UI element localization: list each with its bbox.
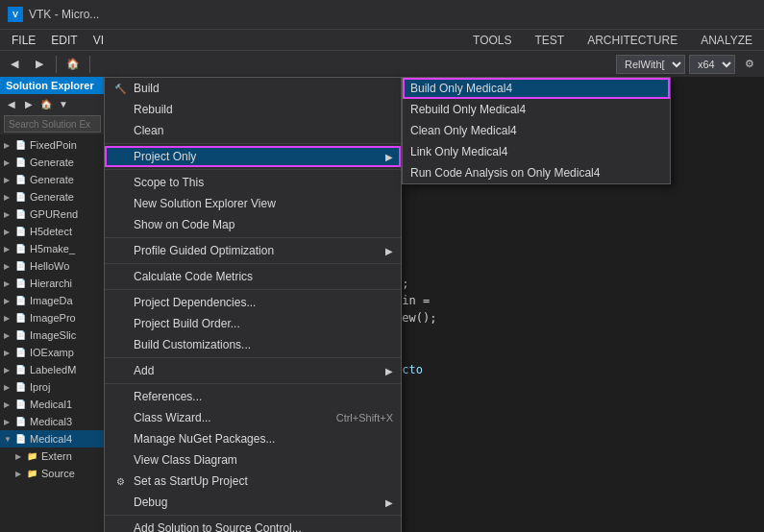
submenu-run-code-analysis-label: Run Code Analysis on Only Medical4 [410,166,662,180]
toolbar: ◀ ▶ 🏠 RelWith[ x64 ⚙ [0,50,764,77]
customizations-icon [112,337,128,352]
ctx-startup-label: Set as StartUp Project [134,474,393,488]
source-control-icon [112,520,128,532]
ctx-scope[interactable]: Scope to This [105,172,401,193]
ctx-new-se-view[interactable]: New Solution Explorer View [105,193,401,214]
project-only-submenu: Build Only Medical4 Rebuild Only Medical… [402,77,671,184]
ctx-set-startup[interactable]: ⚙ Set as StartUp Project [105,471,401,492]
toolbar-separator2 [89,56,90,73]
forward-button[interactable]: ▶ [29,54,50,75]
ctx-code-map-label: Show on Code Map [134,218,393,231]
ctx-calculate-metrics[interactable]: Calculate Code Metrics [105,266,401,287]
ctx-sep3 [105,237,401,238]
dependencies-icon [112,295,128,310]
clean-icon [112,123,128,138]
ctx-add-label: Add [134,364,385,377]
home-button[interactable]: 🏠 [62,54,84,75]
ctx-references[interactable]: References... [105,386,401,407]
metrics-icon [112,269,128,284]
main-area: Solution Explorer ◀ ▶ 🏠 ▼ ▶ 📄 FixedPoin … [0,77,764,532]
ctx-source-control-label: Add Solution to Source Control... [134,521,393,532]
ctx-sep6 [105,357,401,358]
ctx-scope-label: Scope to This [134,176,393,189]
ctx-project-build-order[interactable]: Project Build Order... [105,313,401,334]
debug-icon [112,495,128,510]
ctx-class-diagram-label: View Class Diagram [134,453,393,467]
submenu-link-only[interactable]: Link Only Medical4 [403,141,670,162]
scope-icon [112,175,128,190]
ctx-class-wizard-label: Class Wizard... [134,411,317,424]
class-wizard-shortcut: Ctrl+Shift+X [336,412,393,423]
ctx-debug[interactable]: Debug ▶ [105,492,401,513]
menu-file[interactable]: FILE [4,32,43,49]
submenu-rebuild-only[interactable]: Rebuild Only Medical4 [403,99,670,120]
ctx-sep7 [105,383,401,384]
code-map-icon [112,217,128,232]
ctx-add[interactable]: Add ▶ [105,360,401,381]
ctx-profile-guided[interactable]: Profile Guided Optimization ▶ [105,240,401,261]
menu-bar: FILE EDIT VI TOOLS TEST ARCHITECTURE ANA… [0,29,764,50]
app-title: VTK - Micro... [29,8,99,21]
context-menu-overlay: 🔨 Build Rebuild Clean Project Only ▶ Sco… [0,77,764,532]
app-logo: V [8,7,23,22]
ctx-class-wizard[interactable]: Class Wizard... Ctrl+Shift+X [105,407,401,428]
startup-icon: ⚙ [112,473,128,489]
tab-tools[interactable]: TOOLS [465,32,519,49]
menu-edit[interactable]: EDIT [43,32,85,49]
ctx-metrics-label: Calculate Code Metrics [134,270,393,283]
menu-view[interactable]: VI [86,32,111,49]
tab-analyze[interactable]: ANALYZE [693,32,760,49]
submenu-build-only[interactable]: Build Only Medical4 [403,78,670,99]
submenu-rebuild-only-label: Rebuild Only Medical4 [410,103,662,116]
ctx-build-order-label: Project Build Order... [134,317,393,330]
ctx-deps-label: Project Dependencies... [134,296,393,309]
config-dropdown[interactable]: RelWith[ [616,55,685,74]
ctx-project-only-label: Project Only [134,150,385,163]
arch-dropdown[interactable]: x64 [689,55,735,74]
add-icon [112,363,128,378]
references-icon [112,389,128,404]
ctx-sep4 [105,263,401,264]
settings-button[interactable]: ⚙ [739,54,760,75]
ctx-build-label: Build [134,82,393,95]
ctx-rebuild-label: Rebuild [134,103,393,116]
ctx-project-only[interactable]: Project Only ▶ [105,146,401,167]
ctx-build[interactable]: 🔨 Build [105,78,401,99]
profile-icon [112,243,128,258]
tab-test[interactable]: TEST [528,32,573,49]
build-order-icon [112,316,128,331]
ctx-sep5 [105,289,401,290]
submenu-arrow-icon: ▶ [385,152,393,162]
ctx-manage-nuget[interactable]: Manage NuGet Packages... [105,428,401,449]
project-only-icon [112,149,128,164]
back-button[interactable]: ◀ [4,54,25,75]
ctx-project-dependencies[interactable]: Project Dependencies... [105,292,401,313]
submenu-clean-only[interactable]: Clean Only Medical4 [403,120,670,141]
submenu-build-only-label: Build Only Medical4 [410,82,662,95]
ctx-new-se-label: New Solution Explorer View [134,197,393,210]
submenu-arrow2-icon: ▶ [385,246,393,256]
ctx-references-label: References... [134,390,393,403]
ctx-show-code-map[interactable]: Show on Code Map [105,214,401,235]
submenu-clean-only-label: Clean Only Medical4 [410,124,662,137]
ctx-build-customizations[interactable]: Build Customizations... [105,334,401,355]
ctx-view-class-diagram[interactable]: View Class Diagram [105,449,401,471]
submenu-link-only-label: Link Only Medical4 [410,145,662,158]
debug-submenu-arrow-icon: ▶ [385,497,393,508]
ctx-add-to-source-control[interactable]: Add Solution to Source Control... [105,518,401,532]
class-wizard-icon [112,410,128,425]
ctx-sep2 [105,169,401,170]
ctx-sep8 [105,515,401,516]
ctx-rebuild[interactable]: Rebuild [105,99,401,120]
ctx-profile-label: Profile Guided Optimization [134,244,385,257]
ctx-clean[interactable]: Clean [105,120,401,141]
new-view-icon [112,196,128,211]
class-diagram-icon [112,452,128,468]
build-icon: 🔨 [112,81,128,96]
ctx-sep1 [105,143,401,144]
ctx-clean-label: Clean [134,124,393,137]
submenu-run-code-analysis[interactable]: Run Code Analysis on Only Medical4 [403,162,670,183]
ctx-nuget-label: Manage NuGet Packages... [134,432,393,446]
tab-architecture[interactable]: ARCHITECTURE [579,32,685,49]
nuget-icon [112,431,128,447]
